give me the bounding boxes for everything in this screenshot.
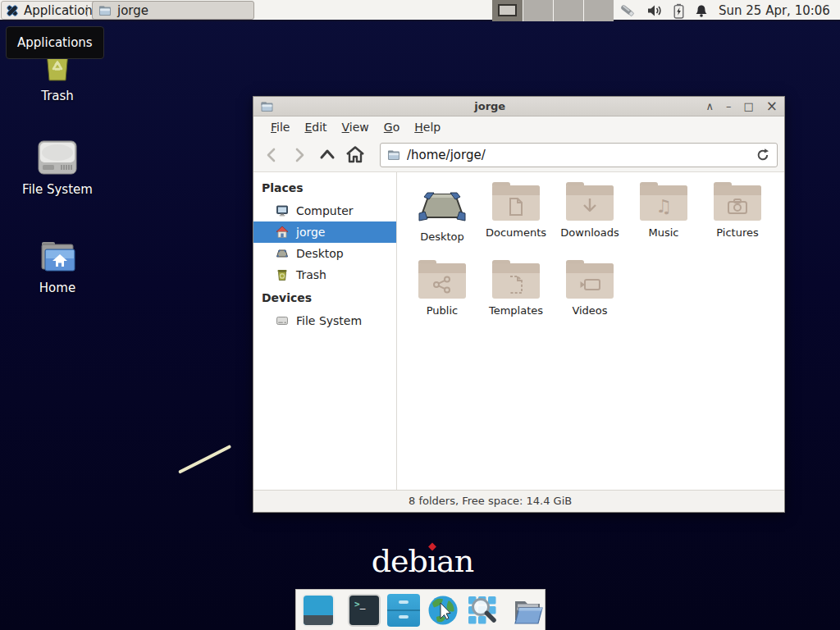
location-bar[interactable] xyxy=(380,143,778,167)
back-button[interactable] xyxy=(260,143,283,167)
workspace-4[interactable] xyxy=(583,0,614,21)
desktop-icon xyxy=(276,247,289,260)
statusbar: 8 folders, Free space: 14.4 GiB xyxy=(253,490,784,512)
sidebar-item-label: Trash xyxy=(296,268,326,281)
downloads-folder-icon xyxy=(566,182,614,221)
close-button[interactable]: × xyxy=(766,99,778,113)
file-manager-window: jorge ∧ – □ × File Edit View Go Help xyxy=(253,96,785,513)
folder-icon xyxy=(98,4,112,17)
folder-label: Documents xyxy=(486,226,546,239)
reload-icon[interactable] xyxy=(756,148,770,162)
workspace-1[interactable] xyxy=(492,0,523,21)
system-tray: Sun 25 Apr, 10:06 jorge xyxy=(619,0,840,21)
folder-label: Downloads xyxy=(560,226,619,239)
stylus-icon[interactable] xyxy=(619,2,637,19)
hard-drive-icon xyxy=(276,314,289,327)
battery-icon[interactable] xyxy=(673,3,684,19)
sidebar-item-label: File System xyxy=(296,314,362,327)
sidebar-item-label: Desktop xyxy=(296,247,344,260)
menu-view[interactable]: View xyxy=(335,121,377,134)
folder-item-public[interactable]: Public xyxy=(405,260,479,338)
desktop-icon-label: Home xyxy=(39,281,75,295)
titlebar[interactable]: jorge ∧ – □ × xyxy=(253,97,784,116)
desktop-icon-file-system[interactable]: File System xyxy=(16,138,98,197)
videos-folder-icon xyxy=(566,260,614,299)
places-header: Places xyxy=(253,176,396,200)
drawn-line xyxy=(178,445,231,474)
path-input[interactable] xyxy=(407,148,749,162)
sidebar-item-desktop[interactable]: Desktop xyxy=(253,243,396,264)
workspace-switcher[interactable] xyxy=(492,0,614,21)
folder-item-templates[interactable]: Templates xyxy=(479,260,553,338)
applications-tooltip: Applications xyxy=(6,26,104,59)
volume-icon[interactable] xyxy=(647,4,663,17)
computer-icon xyxy=(276,204,289,217)
minimize-button[interactable]: – xyxy=(726,101,732,112)
folder-item-music[interactable]: ♫ Music xyxy=(627,182,701,260)
desktop-icon-home[interactable]: Home xyxy=(16,236,98,295)
taskbar-window-button[interactable]: jorge xyxy=(92,1,254,20)
shade-button[interactable]: ∧ xyxy=(705,101,714,112)
terminal-launcher[interactable]: >_ xyxy=(348,594,381,627)
panel-drag-handle[interactable] xyxy=(85,5,89,16)
folder-item-downloads[interactable]: Downloads xyxy=(553,182,627,260)
desktop-special-icon xyxy=(417,190,468,223)
folder-label: Videos xyxy=(572,304,607,317)
trash-icon xyxy=(276,268,289,281)
taskbar-window-label: jorge xyxy=(117,3,148,18)
app-finder-launcher[interactable] xyxy=(466,594,499,627)
sidebar-item-label: Computer xyxy=(296,204,354,217)
home-icon xyxy=(276,226,289,239)
sidebar-item-file-system[interactable]: File System xyxy=(253,310,396,331)
web-browser-launcher[interactable] xyxy=(427,594,459,627)
folder-view[interactable]: Desktop Documents xyxy=(397,172,784,490)
folder-label: Templates xyxy=(489,304,543,317)
file-browser-launcher[interactable] xyxy=(512,594,545,627)
home-button[interactable] xyxy=(344,143,367,167)
workspace-3[interactable] xyxy=(553,0,583,21)
debian-logo-text: deb xyxy=(372,543,427,579)
hard-drive-icon xyxy=(36,138,79,177)
icon-grid: Desktop Documents xyxy=(405,182,774,338)
sidebar-item-jorge[interactable]: jorge xyxy=(253,221,396,243)
folder-item-pictures[interactable]: Pictures xyxy=(701,182,774,260)
sidebar-item-computer[interactable]: Computer xyxy=(253,200,396,221)
file-manager-launcher[interactable] xyxy=(387,594,420,627)
menu-help[interactable]: Help xyxy=(407,121,448,134)
folder-icon xyxy=(387,148,400,162)
folder-item-desktop[interactable]: Desktop xyxy=(405,182,479,260)
show-desktop-button[interactable] xyxy=(302,594,335,627)
menu-go[interactable]: Go xyxy=(377,121,407,134)
toolbar xyxy=(253,138,784,172)
tooltip-text: Applications xyxy=(17,35,93,50)
window-folder-icon xyxy=(260,100,274,113)
desktop-icon-label: Trash xyxy=(41,89,74,103)
bell-icon[interactable] xyxy=(695,4,708,18)
home-folder-icon xyxy=(38,236,77,276)
maximize-button[interactable]: □ xyxy=(743,101,753,112)
folder-label: Public xyxy=(427,304,458,317)
applications-menu-button[interactable]: Applications xyxy=(1,1,107,20)
folder-item-videos[interactable]: Videos xyxy=(553,260,627,338)
workspace-2[interactable] xyxy=(523,0,553,21)
window-content: Places Computer xyxy=(253,172,784,490)
top-panel: Applications jorge xyxy=(0,0,840,21)
forward-button[interactable] xyxy=(288,143,311,167)
music-note-glyph: ♫ xyxy=(640,194,687,219)
folder-label: Music xyxy=(649,226,679,239)
workspace-window-preview xyxy=(498,4,517,16)
folder-item-documents[interactable]: Documents xyxy=(479,182,553,260)
window-title: jorge xyxy=(279,100,701,112)
xfce-applications-icon xyxy=(5,3,20,18)
menu-file[interactable]: File xyxy=(263,121,297,134)
folder-label: Pictures xyxy=(716,226,758,239)
menubar: File Edit View Go Help xyxy=(253,116,784,138)
dock-panel: >_ xyxy=(295,589,546,630)
menu-edit[interactable]: Edit xyxy=(297,121,334,134)
panel-clock[interactable]: Sun 25 Apr, 10:06 xyxy=(719,3,830,18)
sidebar-item-trash[interactable]: Trash xyxy=(253,264,396,285)
public-folder-icon xyxy=(418,260,466,299)
sidebar-item-label: jorge xyxy=(296,226,325,239)
up-button[interactable] xyxy=(316,143,339,167)
statusbar-text: 8 folders, Free space: 14.4 GiB xyxy=(409,495,572,507)
